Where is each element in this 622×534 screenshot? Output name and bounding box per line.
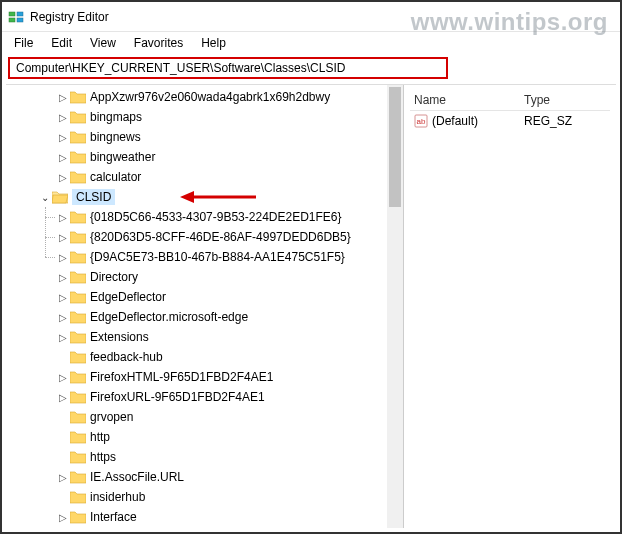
chevron-right-icon[interactable]: ▷: [56, 130, 70, 144]
chevron-right-icon[interactable]: ▷: [56, 370, 70, 384]
tree-item[interactable]: grvopen: [56, 407, 385, 427]
folder-icon: [70, 230, 86, 244]
chevron-right-icon[interactable]: ▷: [56, 290, 70, 304]
tree-item[interactable]: ▷ FirefoxHTML-9F65D1FBD2F4AE1: [56, 367, 385, 387]
chevron-right-icon[interactable]: ▷: [56, 210, 70, 224]
tree-item[interactable]: ▷ EdgeDeflector.microsoft-edge: [56, 307, 385, 327]
folder-icon: [70, 430, 86, 444]
spacer: [56, 430, 70, 444]
menu-favorites[interactable]: Favorites: [126, 34, 191, 52]
column-type[interactable]: Type: [520, 93, 610, 107]
address-bar-container: Computer\HKEY_CURRENT_USER\Software\Clas…: [2, 54, 620, 83]
folder-icon: [70, 90, 86, 104]
tree-label: FirefoxHTML-9F65D1FBD2F4AE1: [90, 370, 273, 384]
tree-item[interactable]: ▷ {820D63D5-8CFF-46DE-86AF-4997DEDD6DB5}: [56, 227, 385, 247]
chevron-right-icon[interactable]: ▷: [56, 510, 70, 524]
address-bar[interactable]: Computer\HKEY_CURRENT_USER\Software\Clas…: [8, 57, 448, 79]
folder-icon: [70, 330, 86, 344]
window-title: Registry Editor: [30, 10, 109, 24]
tree-item-clsid[interactable]: ⌄ CLSID: [38, 187, 385, 207]
folder-icon: [70, 350, 86, 364]
chevron-right-icon[interactable]: ▷: [56, 230, 70, 244]
tree-label: Interface: [90, 510, 137, 524]
tree-label: bingweather: [90, 150, 155, 164]
scrollbar-thumb[interactable]: [389, 87, 401, 207]
tree-item[interactable]: ▷ {018D5C66-4533-4307-9B53-224DE2ED1FE6}: [56, 207, 385, 227]
chevron-right-icon[interactable]: ▷: [56, 110, 70, 124]
chevron-right-icon[interactable]: ▷: [56, 310, 70, 324]
tree-item[interactable]: ▷ EdgeDeflector: [56, 287, 385, 307]
svg-rect-0: [9, 12, 15, 16]
annotation-arrow-icon: [178, 187, 258, 207]
tree-label: http: [90, 430, 110, 444]
regedit-icon: [8, 9, 24, 25]
tree-item[interactable]: insiderhub: [56, 487, 385, 507]
tree-label: {018D5C66-4533-4307-9B53-224DE2ED1FE6}: [90, 210, 342, 224]
spacer: [56, 450, 70, 464]
details-header[interactable]: Name Type: [410, 89, 610, 111]
tree-label: calculator: [90, 170, 141, 184]
chevron-right-icon[interactable]: ▷: [56, 250, 70, 264]
tree-item[interactable]: ▷ IE.AssocFile.URL: [56, 467, 385, 487]
svg-text:ab: ab: [417, 117, 426, 126]
value-row[interactable]: ab (Default) REG_SZ: [410, 111, 610, 131]
folder-icon: [70, 130, 86, 144]
svg-rect-3: [17, 18, 23, 22]
menu-view[interactable]: View: [82, 34, 124, 52]
tree-pane: ▷ AppXzwr976v2e060wada4gabrk1x69h2dbwy ▷…: [6, 85, 404, 528]
tree-item[interactable]: ▷ Interface: [56, 507, 385, 527]
folder-icon: [70, 370, 86, 384]
tree-item[interactable]: ▷ bingmaps: [56, 107, 385, 127]
value-name: (Default): [432, 114, 478, 128]
chevron-right-icon[interactable]: ▷: [56, 270, 70, 284]
chevron-right-icon[interactable]: ▷: [56, 150, 70, 164]
tree-item[interactable]: ▷ {D9AC5E73-BB10-467b-B884-AA1E475C51F5}: [56, 247, 385, 267]
folder-icon: [70, 270, 86, 284]
tree-item[interactable]: feedback-hub: [56, 347, 385, 367]
chevron-right-icon[interactable]: ▷: [56, 330, 70, 344]
tree-item[interactable]: http: [56, 427, 385, 447]
tree-item[interactable]: ▷ calculator: [56, 167, 385, 187]
menu-help[interactable]: Help: [193, 34, 234, 52]
tree-label: https: [90, 450, 116, 464]
content-area: ▷ AppXzwr976v2e060wada4gabrk1x69h2dbwy ▷…: [6, 84, 616, 528]
tree-item[interactable]: ▷ bingnews: [56, 127, 385, 147]
folder-icon: [70, 410, 86, 424]
tree-label: EdgeDeflector: [90, 290, 166, 304]
title-bar: Registry Editor: [2, 2, 620, 32]
folder-icon: [70, 470, 86, 484]
folder-icon: [70, 150, 86, 164]
svg-rect-1: [9, 18, 15, 22]
tree-item[interactable]: ▷ FirefoxURL-9F65D1FBD2F4AE1: [56, 387, 385, 407]
address-text: Computer\HKEY_CURRENT_USER\Software\Clas…: [16, 61, 345, 75]
scrollbar[interactable]: [387, 85, 403, 528]
tree-label: IE.AssocFile.URL: [90, 470, 184, 484]
tree-item[interactable]: ▷ bingweather: [56, 147, 385, 167]
folder-icon: [70, 450, 86, 464]
menu-bar: File Edit View Favorites Help: [2, 32, 620, 54]
tree-item[interactable]: ▷ Directory: [56, 267, 385, 287]
tree-label: {D9AC5E73-BB10-467b-B884-AA1E475C51F5}: [90, 250, 345, 264]
chevron-right-icon[interactable]: ▷: [56, 390, 70, 404]
tree-item[interactable]: ▷ Extensions: [56, 327, 385, 347]
tree-item[interactable]: https: [56, 447, 385, 467]
chevron-down-icon[interactable]: ⌄: [38, 190, 52, 204]
spacer: [56, 410, 70, 424]
folder-icon: [70, 510, 86, 524]
folder-icon: [70, 390, 86, 404]
tree-label: FirefoxURL-9F65D1FBD2F4AE1: [90, 390, 265, 404]
tree-item[interactable]: ▷ AppXzwr976v2e060wada4gabrk1x69h2dbwy: [56, 87, 385, 107]
svg-marker-5: [180, 191, 194, 203]
chevron-right-icon[interactable]: ▷: [56, 470, 70, 484]
svg-rect-2: [17, 12, 23, 16]
folder-icon: [70, 310, 86, 324]
folder-icon: [70, 210, 86, 224]
menu-file[interactable]: File: [6, 34, 41, 52]
folder-icon: [70, 290, 86, 304]
chevron-right-icon[interactable]: ▷: [56, 170, 70, 184]
menu-edit[interactable]: Edit: [43, 34, 80, 52]
column-name[interactable]: Name: [410, 93, 520, 107]
chevron-right-icon[interactable]: ▷: [56, 90, 70, 104]
tree-item[interactable]: ▷ lnkfile: [56, 527, 385, 528]
registry-tree[interactable]: ▷ AppXzwr976v2e060wada4gabrk1x69h2dbwy ▷…: [6, 87, 403, 528]
